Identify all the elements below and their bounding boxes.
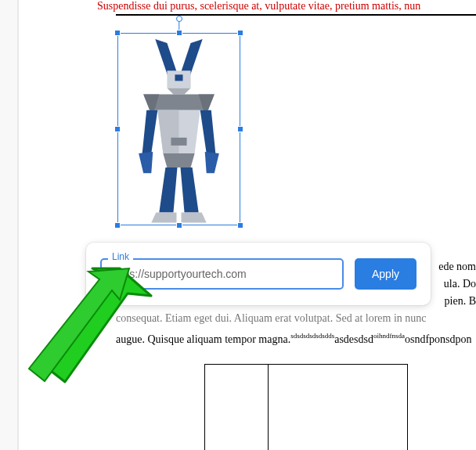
resize-handle-ne[interactable] (237, 30, 243, 36)
body-line-4: consequat. Etiam eget dui. Aliquam erat … (116, 310, 476, 327)
selected-image[interactable] (117, 33, 240, 225)
svg-marker-11 (142, 110, 157, 157)
svg-marker-3 (167, 88, 190, 94)
table-column-divider (268, 365, 269, 450)
resize-handle-e[interactable] (237, 126, 243, 132)
resize-handle-se[interactable] (237, 222, 243, 229)
robot-icon (120, 35, 238, 225)
svg-marker-15 (163, 153, 194, 167)
link-input[interactable] (100, 258, 344, 290)
document-page: Suspendisse dui purus, scelerisque at, v… (19, 0, 476, 450)
resize-handle-w[interactable] (114, 126, 121, 132)
heading-red-text: Suspendisse dui purus, scelerisque at, v… (97, 0, 476, 13)
svg-marker-17 (181, 167, 199, 212)
resize-handle-s[interactable] (176, 222, 182, 229)
svg-marker-18 (151, 212, 176, 222)
svg-rect-4 (175, 74, 182, 81)
link-popup: Link Apply (86, 243, 431, 305)
svg-marker-16 (159, 167, 177, 212)
body-line-5: augue. Quisque aliquam tempor magna.sdsd… (116, 327, 476, 348)
resize-handle-n[interactable] (176, 30, 182, 36)
link-label: Link (108, 251, 133, 262)
rotate-handle[interactable] (176, 16, 182, 22)
svg-marker-19 (182, 212, 207, 222)
resize-handle-nw[interactable] (114, 30, 121, 36)
svg-rect-10 (171, 138, 186, 146)
table[interactable] (204, 364, 408, 450)
svg-marker-12 (200, 110, 216, 157)
apply-button[interactable]: Apply (355, 258, 416, 290)
svg-marker-13 (139, 152, 153, 173)
link-field: Link (100, 258, 344, 290)
underline (116, 14, 476, 16)
svg-marker-14 (205, 152, 219, 173)
svg-marker-9 (157, 110, 178, 153)
image-frame (117, 33, 240, 225)
resize-handle-sw[interactable] (114, 222, 121, 229)
